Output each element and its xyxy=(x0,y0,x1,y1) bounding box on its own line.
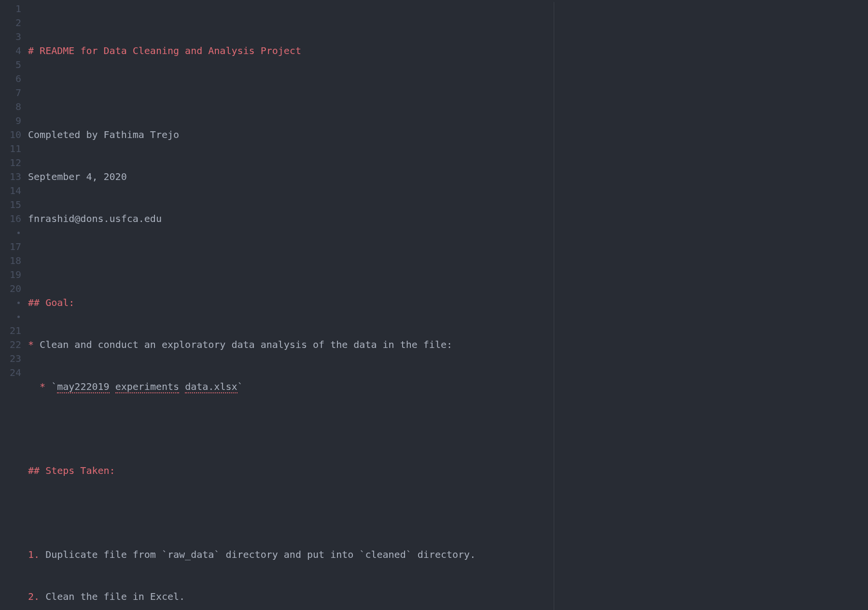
markdown-heading-text: Steps Taken: xyxy=(45,465,115,476)
line-number: 2 xyxy=(0,16,21,30)
wrap-dot-icon xyxy=(0,310,21,324)
text: fnrashid@dons.usfca.edu xyxy=(28,213,162,224)
markdown-heading-text: README for Data Cleaning and Analysis Pr… xyxy=(40,45,301,56)
line-number: 21 xyxy=(0,324,21,338)
line-number: 8 xyxy=(0,100,21,114)
spellcheck-word: data.xlsx xyxy=(185,381,237,393)
code-editor[interactable]: 123456789101112131415161718192021222324 … xyxy=(0,0,868,610)
text: Duplicate file from `raw_data` directory… xyxy=(40,549,476,560)
line-number: 23 xyxy=(0,352,21,366)
line-number: 17 xyxy=(0,240,21,254)
bullet-marker: * xyxy=(28,339,40,350)
line-number: 18 xyxy=(0,254,21,268)
line-number: 10 xyxy=(0,128,21,142)
list-number: 1. xyxy=(28,549,40,560)
line-number: 19 xyxy=(0,268,21,282)
line-number: 12 xyxy=(0,156,21,170)
line-number: 13 xyxy=(0,170,21,184)
wrap-dot-icon xyxy=(0,296,21,310)
code-line: ## Goal: xyxy=(28,296,868,310)
code-line: 1. Duplicate file from `raw_data` direct… xyxy=(28,548,868,562)
text: Clean and conduct an exploratory data an… xyxy=(40,339,452,350)
line-number: 24 xyxy=(0,366,21,380)
wrap-dot-icon xyxy=(0,226,21,240)
spellcheck-word: may222019 xyxy=(57,381,109,393)
code-line: ## Steps Taken: xyxy=(28,464,868,478)
markdown-heading-marker: # xyxy=(28,45,40,56)
code-line xyxy=(28,422,868,436)
line-number: 4 xyxy=(0,44,21,58)
text: Clean the file in Excel. xyxy=(40,591,185,602)
line-number: 16 xyxy=(0,212,21,226)
line-number-gutter: 123456789101112131415161718192021222324 xyxy=(0,2,28,610)
line-number: 7 xyxy=(0,86,21,100)
backtick: ` xyxy=(238,381,243,392)
list-number: 2. xyxy=(28,591,40,602)
line-number: 9 xyxy=(0,114,21,128)
line-number: 5 xyxy=(0,58,21,72)
line-number: 22 xyxy=(0,338,21,352)
backtick: ` xyxy=(51,381,57,392)
markdown-heading-marker: ## xyxy=(28,297,45,308)
code-line: # README for Data Cleaning and Analysis … xyxy=(28,44,868,58)
code-line: September 4, 2020 xyxy=(28,170,868,184)
line-number: 6 xyxy=(0,72,21,86)
markdown-heading-marker: ## xyxy=(28,465,45,476)
line-number: 14 xyxy=(0,184,21,198)
code-line: * Clean and conduct an exploratory data … xyxy=(28,338,868,352)
line-number: 3 xyxy=(0,30,21,44)
bullet-marker: * xyxy=(40,381,51,392)
line-number: 15 xyxy=(0,198,21,212)
line-number: 1 xyxy=(0,2,21,16)
markdown-heading-text: Goal: xyxy=(45,297,74,308)
code-line: Completed by Fathima Trejo xyxy=(28,128,868,142)
code-line xyxy=(28,254,868,268)
code-line: * `may222019 experiments data.xlsx` xyxy=(28,380,868,394)
code-line: fnrashid@dons.usfca.edu xyxy=(28,212,868,226)
text: September 4, 2020 xyxy=(28,171,127,182)
line-number: 11 xyxy=(0,142,21,156)
code-content[interactable]: # README for Data Cleaning and Analysis … xyxy=(28,2,868,610)
code-line xyxy=(28,506,868,520)
code-line xyxy=(28,86,868,100)
line-number: 20 xyxy=(0,282,21,296)
code-line: 2. Clean the file in Excel. xyxy=(28,590,868,604)
spellcheck-word: experiments xyxy=(115,381,179,393)
indent xyxy=(28,381,40,392)
text: Completed by Fathima Trejo xyxy=(28,129,179,140)
